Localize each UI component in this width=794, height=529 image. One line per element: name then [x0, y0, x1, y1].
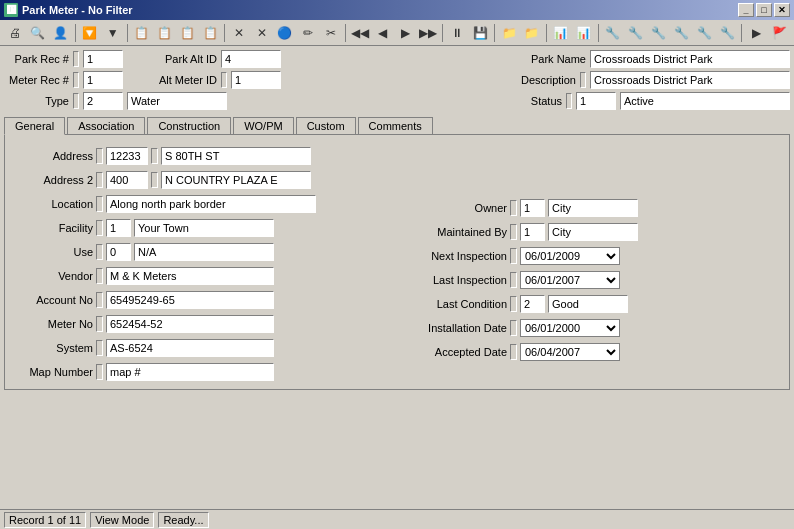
tools4-button[interactable]: 🔧 [670, 22, 692, 44]
account-no-label: Account No [13, 294, 93, 306]
vendor-field[interactable]: M & K Meters [106, 267, 274, 285]
use-num-field[interactable]: 0 [106, 243, 131, 261]
owner-num-field[interactable]: 1 [520, 199, 545, 217]
copy3-button[interactable]: 📋 [176, 22, 198, 44]
flag-button[interactable]: 🚩 [768, 22, 790, 44]
tools6-button[interactable]: 🔧 [716, 22, 738, 44]
separator-6 [494, 24, 495, 42]
maintained-by-row: Maintained By 1 City [407, 221, 781, 243]
cancel-button[interactable]: ✕ [251, 22, 273, 44]
chart2-button[interactable]: 📊 [573, 22, 595, 44]
address2-num-field[interactable]: 400 [106, 171, 148, 189]
status-value-field[interactable]: Active [620, 92, 790, 110]
owner-value-field[interactable]: City [548, 199, 638, 217]
header-row-3: Type 2 Water Status 1 Active [4, 92, 790, 110]
status-num-field[interactable]: 1 [576, 92, 616, 110]
prev-button[interactable]: ◀ [372, 22, 394, 44]
color-button[interactable]: 🔵 [274, 22, 296, 44]
last-inspection-dropdown[interactable]: 06/01/2007 [520, 271, 620, 289]
park-rec-field[interactable]: 1 [83, 50, 123, 68]
copy1-button[interactable]: 📋 [131, 22, 153, 44]
accepted-date-row: Accepted Date 06/04/2007 [407, 341, 781, 363]
tab-general[interactable]: General [4, 117, 65, 135]
last-condition-num-field[interactable]: 2 [520, 295, 545, 313]
next-button[interactable]: ▶ [395, 22, 417, 44]
meter-rec-field[interactable]: 1 [83, 71, 123, 89]
first-button[interactable]: ◀◀ [349, 22, 371, 44]
print-button[interactable]: 🖨 [4, 22, 26, 44]
tools5-button[interactable]: 🔧 [693, 22, 715, 44]
meter-no-row: Meter No 652454-52 [13, 313, 387, 335]
account-no-field[interactable]: 65495249-65 [106, 291, 274, 309]
use-value-field[interactable]: N/A [134, 243, 274, 261]
address-num-field[interactable]: 12233 [106, 147, 148, 165]
copy4-button[interactable]: 📋 [199, 22, 221, 44]
save-button[interactable]: 💾 [469, 22, 491, 44]
address-value-field[interactable]: S 80TH ST [161, 147, 311, 165]
address2-value-field[interactable]: N COUNTRY PLAZA E [161, 171, 311, 189]
open2-button[interactable]: 📁 [521, 22, 543, 44]
tools3-button[interactable]: 🔧 [648, 22, 670, 44]
type-label: Type [4, 95, 69, 107]
owner-row: Owner 1 City [407, 197, 781, 219]
account-no-row: Account No 65495249-65 [13, 289, 387, 311]
installation-date-dropdown[interactable]: 06/01/2000 [520, 319, 620, 337]
filter2-button[interactable]: ▼ [102, 22, 124, 44]
maintained-by-value-field[interactable]: City [548, 223, 638, 241]
last-condition-value-field[interactable]: Good [548, 295, 628, 313]
play-button[interactable]: ▶ [745, 22, 767, 44]
tab-association[interactable]: Association [67, 117, 145, 135]
accepted-date-dropdown[interactable]: 06/04/2007 [520, 343, 620, 361]
find-button[interactable]: 🔍 [27, 22, 49, 44]
minimize-button[interactable]: _ [738, 3, 754, 17]
pause-button[interactable]: ⏸ [446, 22, 468, 44]
alt-meter-id-field[interactable]: 1 [231, 71, 281, 89]
park-name-field[interactable]: Crossroads District Park [590, 50, 790, 68]
owner-marker [510, 200, 517, 216]
meter-no-marker [96, 316, 103, 332]
location-field[interactable]: Along north park border [106, 195, 316, 213]
maintained-by-num-field[interactable]: 1 [520, 223, 545, 241]
facility-num-field[interactable]: 1 [106, 219, 131, 237]
last-inspection-row: Last Inspection 06/01/2007 [407, 269, 781, 291]
address2-marker [96, 172, 103, 188]
tab-construction[interactable]: Construction [147, 117, 231, 135]
installation-date-row: Installation Date 06/01/2000 [407, 317, 781, 339]
map-number-field[interactable]: map # [106, 363, 274, 381]
edit-button[interactable]: ✏ [297, 22, 319, 44]
filter-button[interactable]: 🔽 [79, 22, 101, 44]
facility-row: Facility 1 Your Town [13, 217, 387, 239]
facility-value-field[interactable]: Your Town [134, 219, 274, 237]
tab-wo-pm[interactable]: WO/PM [233, 117, 294, 135]
close-button[interactable]: ✕ [774, 3, 790, 17]
address-marker [96, 148, 103, 164]
tab-custom[interactable]: Custom [296, 117, 356, 135]
last-button[interactable]: ▶▶ [417, 22, 439, 44]
use-label: Use [13, 246, 93, 258]
park-alt-id-field[interactable]: 4 [221, 50, 281, 68]
park-rec-label: Park Rec # [4, 53, 69, 65]
chart-button[interactable]: 📊 [550, 22, 572, 44]
description-field[interactable]: Crossroads District Park [590, 71, 790, 89]
cut-button[interactable]: ✂ [320, 22, 342, 44]
user-button[interactable]: 👤 [50, 22, 72, 44]
type-marker [73, 93, 79, 109]
type-value-field[interactable]: Water [127, 92, 227, 110]
copy2-button[interactable]: 📋 [153, 22, 175, 44]
address-marker2 [151, 148, 158, 164]
tab-comments[interactable]: Comments [358, 117, 433, 135]
use-marker [96, 244, 103, 260]
separator-4 [345, 24, 346, 42]
system-field[interactable]: AS-6524 [106, 339, 274, 357]
open-button[interactable]: 📁 [498, 22, 520, 44]
delete-button[interactable]: ✕ [228, 22, 250, 44]
main-content: Park Rec # 1 Park Alt ID 4 Park Name Cro… [0, 46, 794, 529]
tools2-button[interactable]: 🔧 [625, 22, 647, 44]
next-inspection-dropdown[interactable]: 06/01/2009 [520, 247, 620, 265]
account-no-marker [96, 292, 103, 308]
maximize-button[interactable]: □ [756, 3, 772, 17]
meter-no-field[interactable]: 652454-52 [106, 315, 274, 333]
tools1-button[interactable]: 🔧 [602, 22, 624, 44]
type-num-field[interactable]: 2 [83, 92, 123, 110]
location-marker [96, 196, 103, 212]
